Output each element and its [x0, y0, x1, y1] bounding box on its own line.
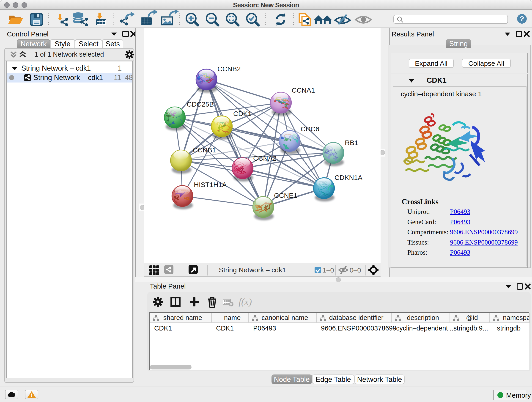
svg-text:CDKN1A: CDKN1A — [335, 174, 362, 181]
svg-text:CDC6: CDC6 — [301, 125, 319, 133]
svg-text:CCNB2: CCNB2 — [217, 65, 241, 73]
svg-text:CDK1: CDK1 — [233, 110, 252, 117]
svg-text:1–0: 1–0 — [323, 266, 334, 274]
svg-text:RB1: RB1 — [345, 139, 358, 147]
svg-text:0–0: 0–0 — [350, 266, 361, 274]
svg-text:CCNA2: CCNA2 — [253, 154, 277, 162]
svg-text:CDC25B: CDC25B — [187, 100, 214, 108]
svg-text:String Network – cdk1: String Network – cdk1 — [219, 266, 286, 274]
svg-text:CCNB1: CCNB1 — [193, 146, 216, 154]
svg-text:HIST1H1A: HIST1H1A — [194, 181, 227, 188]
svg-text:CCNE1: CCNE1 — [274, 191, 298, 199]
svg-text:f(x): f(x) — [239, 297, 252, 307]
svg-text:CCNA1: CCNA1 — [292, 86, 315, 94]
